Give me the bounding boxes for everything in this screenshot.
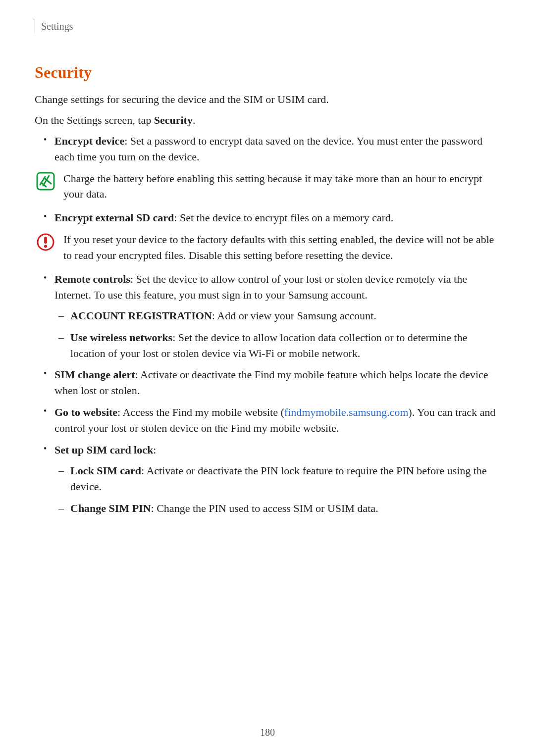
header-rule	[35, 19, 35, 34]
lower-list: Remote controls: Set the device to allow…	[35, 271, 500, 516]
header-label: Settings	[41, 21, 73, 32]
sim-lock-colon: :	[153, 444, 156, 456]
lock-sim-label: Lock SIM card	[70, 464, 141, 477]
account-reg-text: : Add or view your Samsung account.	[212, 309, 376, 322]
encrypt-device-label: Encrypt device	[54, 135, 124, 147]
sim-lock-sublist: Lock SIM card: Activate or deactivate th…	[54, 463, 500, 516]
sub-lock-sim-card: Lock SIM card: Activate or deactivate th…	[54, 463, 500, 495]
warning-icon	[35, 232, 56, 252]
item-remote-controls: Remote controls: Set the device to allow…	[35, 271, 500, 361]
page-header: Settings	[35, 19, 500, 34]
account-reg-label: ACCOUNT REGISTRATION	[70, 309, 212, 322]
intro-2b: Security	[154, 114, 193, 126]
page-number: 180	[0, 727, 535, 738]
section-title: Security	[35, 63, 500, 82]
encrypt-sd-label: Encrypt external SD card	[54, 211, 174, 224]
sd-list: Encrypt external SD card: Set the device…	[35, 210, 500, 226]
item-sim-card-lock: Set up SIM card lock: Lock SIM card: Act…	[35, 442, 500, 516]
remote-label: Remote controls	[54, 273, 130, 285]
intro-line-2: On the Settings screen, tap Security.	[35, 112, 500, 128]
findmymobile-link[interactable]: findmymobile.samsung.com	[284, 406, 409, 418]
note-callout: Charge the battery before enabling this …	[35, 171, 500, 202]
intro-2c: .	[193, 114, 196, 126]
sim-change-label: SIM change alert	[54, 368, 135, 381]
note-icon	[35, 171, 56, 191]
warning-callout: If you reset your device to the factory …	[35, 232, 500, 263]
item-sim-change-alert: SIM change alert: Activate or deactivate…	[35, 367, 500, 399]
change-pin-label: Change SIM PIN	[70, 502, 151, 514]
remote-sublist: ACCOUNT REGISTRATION: Add or view your S…	[54, 308, 500, 361]
item-encrypt-device: Encrypt device: Set a password to encryp…	[35, 133, 500, 165]
use-wireless-label: Use wireless networks	[70, 331, 172, 344]
intro-line-1: Change settings for securing the device …	[35, 92, 500, 107]
top-list: Encrypt device: Set a password to encryp…	[35, 133, 500, 165]
note-text: Charge the battery before enabling this …	[56, 171, 500, 202]
encrypt-sd-text: : Set the device to encrypt files on a m…	[174, 211, 393, 224]
goto-text-a: : Access the Find my mobile website (	[117, 406, 284, 418]
warning-text: If you reset your device to the factory …	[56, 232, 500, 263]
intro-2a: On the Settings screen, tap	[35, 114, 154, 126]
sub-change-sim-pin: Change SIM PIN: Change the PIN used to a…	[54, 501, 500, 516]
goto-label: Go to website	[54, 406, 117, 418]
svg-rect-2	[44, 237, 47, 244]
sub-account-registration: ACCOUNT REGISTRATION: Add or view your S…	[54, 308, 500, 324]
svg-point-3	[44, 245, 47, 248]
sub-use-wireless: Use wireless networks: Set the device to…	[54, 330, 500, 361]
change-pin-text: : Change the PIN used to access SIM or U…	[151, 502, 378, 514]
item-encrypt-sd: Encrypt external SD card: Set the device…	[35, 210, 500, 226]
item-go-to-website: Go to website: Access the Find my mobile…	[35, 404, 500, 436]
sim-lock-label: Set up SIM card lock	[54, 444, 153, 456]
